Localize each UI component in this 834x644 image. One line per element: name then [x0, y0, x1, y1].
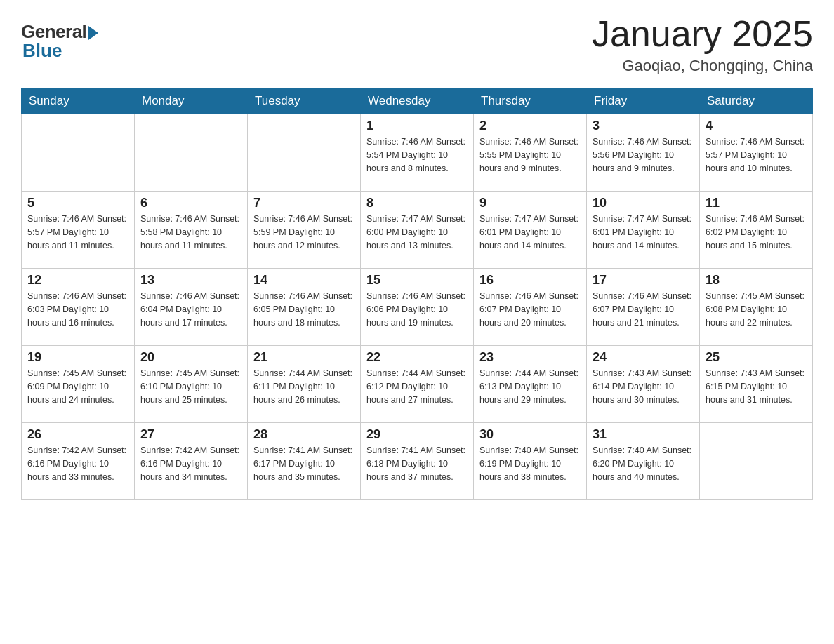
calendar-day-cell: 3Sunrise: 7:46 AM Sunset: 5:56 PM Daylig… — [587, 114, 700, 192]
calendar-header-row: SundayMondayTuesdayWednesdayThursdayFrid… — [22, 88, 813, 114]
day-info: Sunrise: 7:47 AM Sunset: 6:00 PM Dayligh… — [366, 213, 468, 252]
day-info: Sunrise: 7:42 AM Sunset: 6:16 PM Dayligh… — [140, 444, 241, 483]
day-number: 13 — [140, 273, 241, 288]
calendar-day-cell: 20Sunrise: 7:45 AM Sunset: 6:10 PM Dayli… — [135, 346, 248, 423]
day-info: Sunrise: 7:46 AM Sunset: 6:02 PM Dayligh… — [706, 213, 807, 252]
day-info: Sunrise: 7:45 AM Sunset: 6:09 PM Dayligh… — [27, 367, 128, 406]
day-info: Sunrise: 7:43 AM Sunset: 6:14 PM Dayligh… — [593, 367, 694, 406]
day-info: Sunrise: 7:46 AM Sunset: 5:57 PM Dayligh… — [706, 135, 807, 175]
day-info: Sunrise: 7:45 AM Sunset: 6:08 PM Dayligh… — [706, 290, 807, 329]
day-number: 1 — [366, 119, 468, 133]
calendar-day-cell: 21Sunrise: 7:44 AM Sunset: 6:11 PM Dayli… — [248, 346, 361, 423]
calendar-day-cell: 12Sunrise: 7:46 AM Sunset: 6:03 PM Dayli… — [22, 269, 135, 346]
day-number: 14 — [253, 273, 355, 288]
calendar-day-cell: 30Sunrise: 7:40 AM Sunset: 6:19 PM Dayli… — [474, 423, 587, 500]
calendar-day-cell: 22Sunrise: 7:44 AM Sunset: 6:12 PM Dayli… — [361, 346, 474, 423]
day-info: Sunrise: 7:40 AM Sunset: 6:19 PM Dayligh… — [479, 444, 581, 483]
day-number: 10 — [593, 196, 694, 210]
calendar-day-cell: 4Sunrise: 7:46 AM Sunset: 5:57 PM Daylig… — [700, 114, 813, 192]
day-number: 18 — [706, 273, 807, 288]
day-number: 8 — [366, 196, 468, 210]
calendar-day-cell: 26Sunrise: 7:42 AM Sunset: 6:16 PM Dayli… — [22, 423, 135, 500]
calendar-day-cell: 18Sunrise: 7:45 AM Sunset: 6:08 PM Dayli… — [700, 269, 813, 346]
calendar-day-cell: 27Sunrise: 7:42 AM Sunset: 6:16 PM Dayli… — [135, 423, 248, 500]
day-number: 20 — [140, 350, 241, 365]
calendar-day-cell: 16Sunrise: 7:46 AM Sunset: 6:07 PM Dayli… — [474, 269, 587, 346]
calendar-day-cell: 23Sunrise: 7:44 AM Sunset: 6:13 PM Dayli… — [474, 346, 587, 423]
day-of-week-header: Thursday — [474, 88, 587, 114]
day-info: Sunrise: 7:46 AM Sunset: 5:58 PM Dayligh… — [140, 213, 241, 252]
day-number: 16 — [479, 273, 581, 288]
day-info: Sunrise: 7:46 AM Sunset: 6:05 PM Dayligh… — [253, 290, 355, 329]
calendar-day-cell: 28Sunrise: 7:41 AM Sunset: 6:17 PM Dayli… — [248, 423, 361, 500]
day-info: Sunrise: 7:46 AM Sunset: 6:07 PM Dayligh… — [593, 290, 694, 329]
day-number: 4 — [706, 119, 807, 133]
calendar-day-cell — [135, 114, 248, 192]
day-info: Sunrise: 7:46 AM Sunset: 5:56 PM Dayligh… — [593, 135, 694, 175]
day-info: Sunrise: 7:46 AM Sunset: 5:57 PM Dayligh… — [27, 213, 128, 252]
title-area: January 2025 Gaoqiao, Chongqing, China — [592, 14, 813, 75]
calendar-day-cell: 2Sunrise: 7:46 AM Sunset: 5:55 PM Daylig… — [474, 114, 587, 192]
logo: General Blue — [21, 21, 98, 62]
day-info: Sunrise: 7:40 AM Sunset: 6:20 PM Dayligh… — [593, 444, 694, 483]
day-of-week-header: Saturday — [700, 88, 813, 114]
calendar-day-cell: 10Sunrise: 7:47 AM Sunset: 6:01 PM Dayli… — [587, 192, 700, 269]
day-info: Sunrise: 7:42 AM Sunset: 6:16 PM Dayligh… — [27, 444, 128, 483]
calendar-week-row: 5Sunrise: 7:46 AM Sunset: 5:57 PM Daylig… — [22, 192, 813, 269]
day-number: 6 — [140, 196, 241, 210]
day-number: 25 — [706, 350, 807, 365]
calendar-day-cell: 24Sunrise: 7:43 AM Sunset: 6:14 PM Dayli… — [587, 346, 700, 423]
day-of-week-header: Tuesday — [248, 88, 361, 114]
day-info: Sunrise: 7:45 AM Sunset: 6:10 PM Dayligh… — [140, 367, 241, 406]
day-number: 19 — [27, 350, 128, 365]
day-info: Sunrise: 7:41 AM Sunset: 6:17 PM Dayligh… — [253, 444, 355, 483]
day-number: 3 — [593, 119, 694, 133]
calendar-day-cell: 13Sunrise: 7:46 AM Sunset: 6:04 PM Dayli… — [135, 269, 248, 346]
logo-arrow-icon — [88, 26, 98, 40]
month-title: January 2025 — [592, 14, 813, 54]
day-number: 28 — [253, 427, 355, 442]
day-number: 21 — [253, 350, 355, 365]
day-number: 2 — [479, 119, 581, 133]
day-number: 15 — [366, 273, 468, 288]
calendar-day-cell: 8Sunrise: 7:47 AM Sunset: 6:00 PM Daylig… — [361, 192, 474, 269]
day-info: Sunrise: 7:44 AM Sunset: 6:11 PM Dayligh… — [253, 367, 355, 406]
calendar-table: SundayMondayTuesdayWednesdayThursdayFrid… — [21, 88, 813, 500]
calendar-day-cell: 19Sunrise: 7:45 AM Sunset: 6:09 PM Dayli… — [22, 346, 135, 423]
day-number: 23 — [479, 350, 581, 365]
day-number: 24 — [593, 350, 694, 365]
calendar-week-row: 26Sunrise: 7:42 AM Sunset: 6:16 PM Dayli… — [22, 423, 813, 500]
day-of-week-header: Wednesday — [361, 88, 474, 114]
location-title: Gaoqiao, Chongqing, China — [592, 57, 813, 75]
day-info: Sunrise: 7:47 AM Sunset: 6:01 PM Dayligh… — [479, 213, 581, 252]
calendar-day-cell: 1Sunrise: 7:46 AM Sunset: 5:54 PM Daylig… — [361, 114, 474, 192]
day-info: Sunrise: 7:46 AM Sunset: 6:07 PM Dayligh… — [479, 290, 581, 329]
day-number: 30 — [479, 427, 581, 442]
calendar-day-cell — [22, 114, 135, 192]
calendar-day-cell: 14Sunrise: 7:46 AM Sunset: 6:05 PM Dayli… — [248, 269, 361, 346]
header: General Blue January 2025 Gaoqiao, Chong… — [21, 14, 813, 75]
day-info: Sunrise: 7:46 AM Sunset: 6:03 PM Dayligh… — [27, 290, 128, 329]
calendar-week-row: 1Sunrise: 7:46 AM Sunset: 5:54 PM Daylig… — [22, 114, 813, 192]
day-info: Sunrise: 7:43 AM Sunset: 6:15 PM Dayligh… — [706, 367, 807, 406]
calendar-day-cell: 6Sunrise: 7:46 AM Sunset: 5:58 PM Daylig… — [135, 192, 248, 269]
day-info: Sunrise: 7:46 AM Sunset: 5:54 PM Dayligh… — [366, 135, 468, 175]
calendar-day-cell: 15Sunrise: 7:46 AM Sunset: 6:06 PM Dayli… — [361, 269, 474, 346]
day-number: 26 — [27, 427, 128, 442]
calendar-day-cell: 5Sunrise: 7:46 AM Sunset: 5:57 PM Daylig… — [22, 192, 135, 269]
logo-blue-text: Blue — [22, 40, 98, 62]
day-of-week-header: Sunday — [22, 88, 135, 114]
day-number: 17 — [593, 273, 694, 288]
day-number: 12 — [27, 273, 128, 288]
day-of-week-header: Friday — [587, 88, 700, 114]
calendar-week-row: 12Sunrise: 7:46 AM Sunset: 6:03 PM Dayli… — [22, 269, 813, 346]
day-info: Sunrise: 7:46 AM Sunset: 6:06 PM Dayligh… — [366, 290, 468, 329]
day-info: Sunrise: 7:44 AM Sunset: 6:12 PM Dayligh… — [366, 367, 468, 406]
day-number: 5 — [27, 196, 128, 210]
day-of-week-header: Monday — [135, 88, 248, 114]
calendar-day-cell — [700, 423, 813, 500]
calendar-day-cell: 11Sunrise: 7:46 AM Sunset: 6:02 PM Dayli… — [700, 192, 813, 269]
day-info: Sunrise: 7:46 AM Sunset: 6:04 PM Dayligh… — [140, 290, 241, 329]
calendar-day-cell: 17Sunrise: 7:46 AM Sunset: 6:07 PM Dayli… — [587, 269, 700, 346]
day-number: 11 — [706, 196, 807, 210]
